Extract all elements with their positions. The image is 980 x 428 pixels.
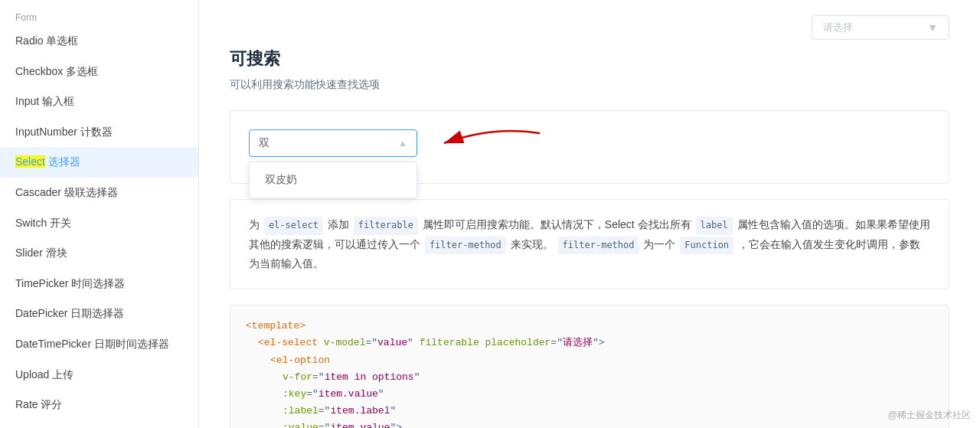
code-filter-method-2: filter-method <box>558 237 639 255</box>
dropdown-menu: 双皮奶 <box>249 162 417 198</box>
code-line-4: v-for="item in options" <box>283 369 933 386</box>
code-line-5: :key="item.value" <box>283 386 933 403</box>
sidebar-item-input[interactable]: Input 输入框 <box>0 87 198 117</box>
watermark: @稀土掘金技术社区 <box>888 409 971 422</box>
select-value: 双 <box>259 136 270 150</box>
main-content: 请选择 ▼ 可搜索 可以利用搜索功能快速查找选项 双 ▲ 双皮奶 <box>199 0 980 428</box>
sidebar-item-checkbox[interactable]: Checkbox 多选框 <box>0 57 198 87</box>
code-line-7: :value="item.value"> <box>283 420 933 428</box>
red-arrow-annotation <box>402 122 570 168</box>
sidebar-item-cascader[interactable]: Cascader 级联选择器 <box>0 178 198 208</box>
code-function: Function <box>680 237 733 255</box>
top-select-collapsed[interactable]: 请选择 ▼ <box>812 15 949 40</box>
code-line-3: <el-option <box>270 352 933 369</box>
code-el-select: el-select <box>264 217 323 235</box>
desc-text-area: 为 el-select 添加 filterable 属性即可启用搜索功能。默认情… <box>230 199 949 289</box>
sidebar-item-slider[interactable]: Slider 滑块 <box>0 238 198 269</box>
sidebar-item-select[interactable]: Select 选择器 <box>0 147 198 178</box>
sidebar-group-form: Form <box>0 6 198 26</box>
code-line-6: :label="item.label" <box>283 403 933 420</box>
sidebar-item-upload[interactable]: Upload 上传 <box>0 360 198 390</box>
sidebar-item-inputnumber[interactable]: InputNumber 计数器 <box>0 117 198 148</box>
section-desc: 可以利用搜索功能快速查找选项 <box>230 78 949 92</box>
code-block: <template> <el-select v-model="value" fi… <box>230 305 949 428</box>
code-label: label <box>696 217 733 235</box>
sidebar: Form Radio 单选框 Checkbox 多选框 Input 输入框 In… <box>0 0 199 428</box>
dropdown-item-shuangpinai[interactable]: 双皮奶 <box>250 167 416 193</box>
sidebar-item-rate[interactable]: Rate 评分 <box>0 390 198 420</box>
select-demo-row: 双 ▲ 双皮奶 <box>249 129 930 157</box>
sidebar-item-radio[interactable]: Radio 单选框 <box>0 26 198 57</box>
demo-box: 双 ▲ 双皮奶 <box>230 110 949 184</box>
select-input[interactable]: 双 ▲ <box>249 129 417 157</box>
sidebar-item-datetimepicker[interactable]: DateTimePicker 日期时间选择器 <box>0 329 198 360</box>
sidebar-item-timepicker[interactable]: TimePicker 时间选择器 <box>0 269 198 299</box>
code-filterable: filterable <box>354 217 418 235</box>
code-filter-method-1: filter-method <box>425 237 506 255</box>
section-title: 可搜索 <box>230 47 949 70</box>
select-wrapper: 双 ▲ 双皮奶 <box>249 129 417 157</box>
code-line-1: <template> <box>246 318 933 335</box>
sidebar-item-datepicker[interactable]: DatePicker 日期选择器 <box>0 299 198 329</box>
sidebar-item-switch[interactable]: Switch 开关 <box>0 208 198 239</box>
code-line-2: <el-select v-model="value" filterable pl… <box>246 335 933 351</box>
